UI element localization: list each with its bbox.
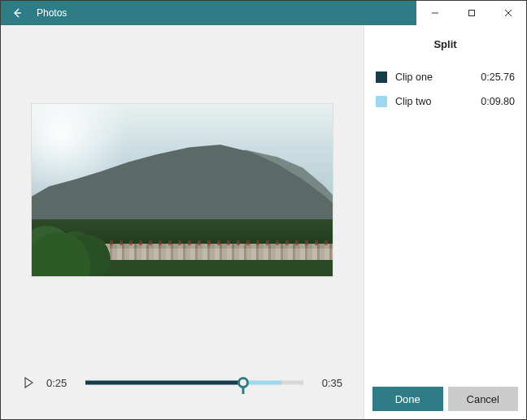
- clip-duration: 0:09.80: [481, 96, 515, 107]
- video-pane: 0:25 0:35: [1, 25, 364, 419]
- track-segment-clip-one: [85, 381, 243, 385]
- clip-swatch: [376, 96, 387, 107]
- minimize-icon: [431, 9, 439, 17]
- window-title: Photos: [33, 7, 67, 19]
- titlebar: Photos: [1, 1, 526, 25]
- video-preview[interactable]: [32, 104, 333, 276]
- clip-left: Clip one: [376, 71, 433, 83]
- clip-swatch: [376, 71, 387, 83]
- maximize-icon: [468, 9, 476, 17]
- done-button[interactable]: Done: [372, 387, 443, 411]
- cancel-button[interactable]: Cancel: [448, 387, 519, 411]
- total-time: 0:35: [315, 377, 342, 389]
- content-area: 0:25 0:35 Split Clip one0:25.76Clip two0…: [1, 25, 526, 419]
- split-panel: Split Clip one0:25.76Clip two0:09.80 Don…: [364, 25, 526, 419]
- preview-bush: [32, 219, 137, 276]
- window-controls: [416, 1, 526, 25]
- back-button[interactable]: [1, 1, 33, 25]
- current-time: 0:25: [46, 377, 74, 389]
- clip-duration: 0:25.76: [481, 71, 515, 83]
- split-handle[interactable]: [237, 377, 249, 388]
- clip-row[interactable]: Clip one0:25.76: [376, 65, 515, 89]
- clip-left: Clip two: [376, 96, 431, 107]
- panel-title: Split: [364, 25, 526, 65]
- button-row: Done Cancel: [364, 379, 526, 419]
- clip-row[interactable]: Clip two0:09.80: [376, 89, 515, 114]
- svg-marker-5: [25, 378, 33, 388]
- play-icon: [24, 377, 33, 388]
- preview-wrap: [1, 33, 364, 346]
- track-segment-clip-two: [243, 381, 281, 385]
- timeline-track[interactable]: [85, 373, 303, 392]
- clip-list: Clip one0:25.76Clip two0:09.80: [364, 65, 526, 114]
- minimize-button[interactable]: [416, 1, 453, 25]
- close-button[interactable]: [490, 1, 526, 25]
- track-base: [85, 381, 303, 385]
- close-icon: [504, 9, 512, 17]
- svg-rect-2: [468, 11, 474, 16]
- arrow-left-icon: [11, 6, 24, 19]
- clip-label: Clip one: [395, 71, 433, 83]
- app-window: Photos: [0, 0, 527, 420]
- timeline-row: 0:25 0:35: [1, 346, 364, 419]
- play-button[interactable]: [22, 376, 35, 389]
- maximize-button[interactable]: [453, 1, 490, 25]
- clip-label: Clip two: [395, 96, 431, 107]
